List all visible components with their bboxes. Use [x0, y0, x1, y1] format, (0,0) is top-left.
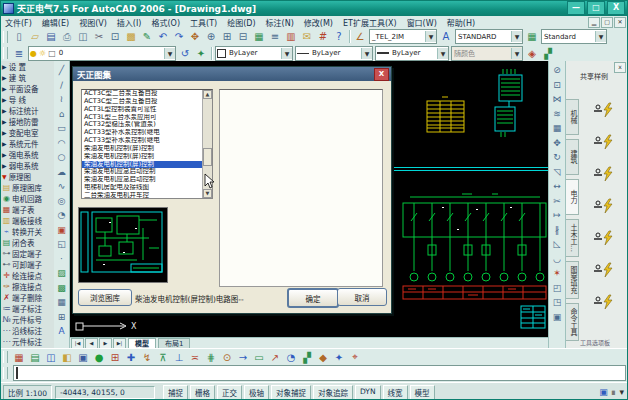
- telec-align-icon[interactable]: ⋕: [203, 349, 219, 365]
- region-icon[interactable]: ▦: [55, 295, 68, 309]
- polyline-icon[interactable]: ≀: [55, 92, 68, 106]
- chevron-down-icon[interactable]: ▼: [511, 31, 522, 42]
- copy-stack-icon-3[interactable]: ▣: [551, 310, 564, 324]
- fillet-icon[interactable]: ◡: [551, 252, 564, 266]
- list-item[interactable]: 柴油发电机控制(屏)控制: [82, 145, 203, 153]
- rectangle-icon[interactable]: ▭: [55, 121, 68, 135]
- mirror-icon[interactable]: ⋈: [551, 92, 564, 106]
- open-icon[interactable]: ▱: [27, 29, 43, 45]
- status-toggle[interactable]: 模型: [410, 385, 435, 400]
- screen-menu-group[interactable]: ▶ 系统元件: [0, 138, 54, 149]
- copy-stack-icon-1[interactable]: ◰: [551, 281, 564, 295]
- mdi-window-button[interactable]: ✕: [614, 17, 626, 28]
- screen-menu-group[interactable]: ▶ 设 置: [0, 61, 54, 72]
- toolbar-grip[interactable]: [3, 47, 8, 59]
- scroll-down-icon[interactable]: ▼: [203, 189, 212, 198]
- minimize-button[interactable]: —: [567, 1, 585, 15]
- ellipse-arc-icon[interactable]: ◔: [55, 208, 68, 222]
- table-icon[interactable]: ⊞: [55, 310, 68, 324]
- coordinates-display[interactable]: -40443, 40155, 0: [55, 386, 155, 399]
- atlas-list[interactable]: ACT3C型二台泵互备自投ACT3C型二台泵互备自投ACT3L型控制装置可靠性A…: [81, 89, 213, 199]
- tool-palettes-icon[interactable]: ▥: [283, 29, 299, 45]
- telec-balance-icon[interactable]: ≍: [187, 349, 203, 365]
- palette-close-icon[interactable]: x: [614, 62, 626, 73]
- chevron-down-icon[interactable]: ▼: [361, 48, 372, 59]
- screen-menu-group[interactable]: ▶ 弱电系统: [0, 160, 54, 171]
- chevron-down-icon[interactable]: ▼: [437, 48, 448, 59]
- list-item[interactable]: ACT3L型三台水泵应用可: [82, 114, 203, 122]
- design-center-icon[interactable]: ▦: [251, 29, 267, 45]
- scale-icon[interactable]: ◹: [551, 165, 564, 179]
- layer-combo[interactable]: ● ☼ □ 0 ▼: [28, 46, 176, 61]
- erase-icon[interactable]: ⊘: [551, 63, 564, 77]
- break-icon[interactable]: ∦: [551, 223, 564, 237]
- telec-measure-icon[interactable]: ⌖: [347, 349, 363, 365]
- ok-button[interactable]: 确定: [287, 288, 339, 308]
- toolbar-grip[interactable]: [3, 367, 8, 379]
- list-item[interactable]: ACT3C型二台泵互备自投: [82, 98, 203, 106]
- toolbar-grip[interactable]: [3, 351, 8, 363]
- polygon-icon[interactable]: ⌂: [55, 107, 68, 121]
- screen-menu-group[interactable]: ▶ 变配电室: [0, 127, 54, 138]
- screen-menu-command[interactable]: ✑ 擦连接点: [0, 281, 54, 292]
- undo-icon[interactable]: ↶: [155, 29, 171, 45]
- mtext-icon[interactable]: A: [55, 324, 68, 338]
- layer-previous-icon[interactable]: ↺: [177, 45, 193, 61]
- list-item[interactable]: 柴油发电机应急启动控制: [82, 176, 203, 184]
- list-item[interactable]: ACT3C型二台泵互备自投: [82, 90, 203, 98]
- telec-spark-icon[interactable]: ✦: [331, 349, 347, 365]
- screen-menu-group[interactable]: ▶ 建 筑: [0, 72, 54, 83]
- toolbar-grip[interactable]: [3, 31, 8, 43]
- dim-style-combo[interactable]: _TEL_2IM ▼: [369, 29, 437, 44]
- table-style-combo[interactable]: Standard ▼: [541, 29, 607, 44]
- revision-cloud-icon[interactable]: ☁: [55, 165, 68, 179]
- menu-item[interactable]: 插入(I): [112, 17, 147, 28]
- menu-item[interactable]: 修改(M): [299, 17, 338, 28]
- screen-menu-group[interactable]: ▶ 平面设备: [0, 83, 54, 94]
- layer-on-icon[interactable]: ●: [30, 49, 37, 58]
- circle-icon[interactable]: ○: [55, 150, 68, 164]
- menu-item[interactable]: ET扩展工具(X): [338, 17, 402, 28]
- annotation-scale-icon[interactable]: ▣: [599, 387, 608, 397]
- properties-icon[interactable]: ≡: [267, 29, 283, 45]
- menu-item[interactable]: 标注(N): [261, 17, 299, 28]
- electrical-symbol-5[interactable]: [589, 227, 619, 251]
- screen-menu-command[interactable]: ⋯ 元件标注: [0, 336, 54, 347]
- hatch-icon[interactable]: ▨: [55, 266, 68, 280]
- list-item[interactable]: ACT33型补水泵控制(继电: [82, 129, 203, 137]
- screen-menu-command[interactable]: ▤ 原理图库: [0, 182, 54, 193]
- dialog-title-bar[interactable]: 天正图集 X: [73, 67, 391, 81]
- screen-menu-group[interactable]: ▼ 原理图: [0, 171, 54, 182]
- copy-stack-icon-2[interactable]: ◳: [551, 295, 564, 309]
- lineweight-combo[interactable]: ByLayer ▼: [375, 46, 449, 61]
- scale-indicator[interactable]: 比例 1:100: [3, 385, 52, 400]
- markup-icon[interactable]: ✉: [299, 29, 315, 45]
- telec-library-icon[interactable]: ▦: [11, 349, 27, 365]
- list-item[interactable]: 电梯机房配电及接线图: [82, 184, 203, 192]
- extend-icon[interactable]: ↦: [551, 208, 564, 222]
- color-combo[interactable]: ByLayer ▼: [215, 46, 293, 61]
- construction-line-icon[interactable]: ∕: [55, 78, 68, 92]
- telec-save-icon[interactable]: ▣: [75, 349, 91, 365]
- lock-icon[interactable]: ∎: [611, 387, 617, 397]
- screen-menu-command[interactable]: ⊶ 固定端子: [0, 248, 54, 259]
- status-toggle[interactable]: 栅格: [190, 385, 215, 400]
- mdi-window-button[interactable]: ▁: [588, 17, 600, 28]
- browse-library-button[interactable]: 浏览图库: [78, 289, 132, 306]
- status-toggle[interactable]: DYN: [355, 385, 381, 400]
- zoom-window-icon[interactable]: ⊞: [219, 29, 235, 45]
- dim-style-icon[interactable]: ∠: [352, 29, 368, 45]
- menu-item[interactable]: 绘图(D): [222, 17, 260, 28]
- screen-menu-command[interactable]: ▥ 端板接线: [0, 215, 54, 226]
- telec-convert-icon[interactable]: ▞: [540, 45, 556, 61]
- menu-item[interactable]: 帮助(H): [442, 17, 480, 28]
- screen-menu-command[interactable]: ◉ 电机回路: [0, 193, 54, 204]
- move-icon[interactable]: ✥: [551, 136, 564, 150]
- telec-add-point-icon[interactable]: ✚: [123, 349, 139, 365]
- status-toggle[interactable]: 对象捕捉: [271, 385, 311, 400]
- chamfer-icon[interactable]: ◺: [551, 237, 564, 251]
- spline-icon[interactable]: ∿: [55, 179, 68, 193]
- preview-thumbnail[interactable]: [78, 207, 168, 283]
- list-item[interactable]: 柴油发电机应急启动控制: [82, 168, 203, 176]
- electrical-symbol-6[interactable]: [589, 259, 619, 283]
